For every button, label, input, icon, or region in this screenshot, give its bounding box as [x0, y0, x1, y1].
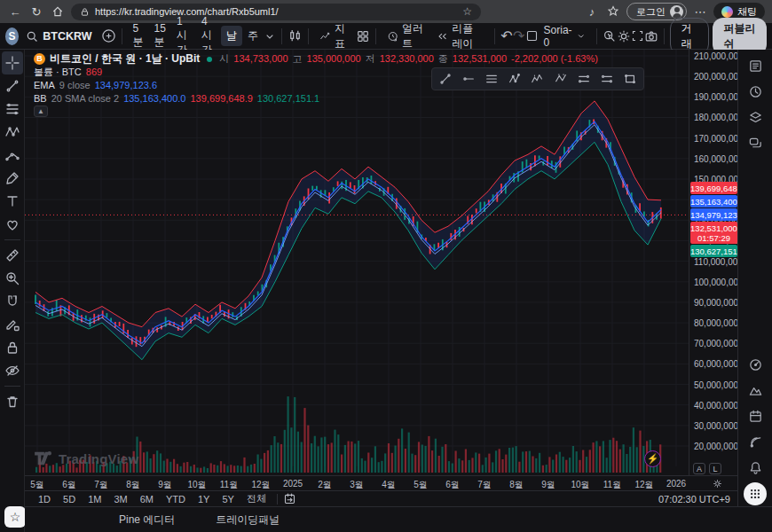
add-symbol-icon[interactable] [101, 28, 116, 44]
forecast-tool-icon[interactable] [2, 144, 23, 167]
settings-gear-icon[interactable] [617, 28, 631, 44]
ideas-icon[interactable] [743, 378, 768, 403]
favorites-star-button[interactable]: ☆ [4, 506, 26, 528]
instant-trading-icon[interactable]: ⚡ [644, 450, 661, 467]
symbol-search-button[interactable]: BTCKRW [26, 30, 91, 43]
bookmark-star-icon[interactable]: ☆ [462, 5, 472, 18]
price-axis[interactable]: 210,000,000200,000,000190,000,000180,000… [689, 50, 737, 475]
remove-drawings-tool-icon[interactable] [2, 390, 23, 413]
calendar-icon[interactable] [743, 403, 768, 429]
browser-back-icon[interactable]: ← [7, 4, 23, 20]
time-tick: 11월 [220, 479, 238, 491]
chart-style-icon[interactable] [288, 28, 303, 44]
legend-symbol-row[interactable]: B 비트코인 / 한국 원 · 1날 · UpBit 시134,733,000 … [34, 52, 598, 66]
fav-rectangle-icon[interactable] [619, 69, 641, 89]
zoom-in-tool-icon[interactable] [2, 267, 23, 290]
drawing-mode-tool-icon[interactable] [2, 313, 23, 336]
range-5Y[interactable]: 5Y [216, 493, 240, 505]
fib-retracement-tool-icon[interactable] [2, 98, 23, 121]
range-3M[interactable]: 3M [107, 493, 133, 505]
watchlist-icon[interactable] [743, 53, 768, 79]
session-clock[interactable]: 07:02:30 UTC+9 [658, 494, 730, 505]
chat-icon[interactable] [743, 130, 768, 156]
timeframe-15분[interactable]: 15분 [149, 20, 171, 52]
fav-elliott-wave-icon[interactable] [527, 69, 548, 89]
legend-collapse-button[interactable]: ▲ [34, 106, 48, 117]
fav-parallel-lines-icon[interactable] [481, 69, 502, 89]
market-open-dot [207, 57, 212, 62]
trend-line-tool-icon[interactable] [2, 74, 23, 98]
legend-bb-row[interactable]: BB 20 SMA close 2 135,163,400.0 139,699,… [34, 92, 598, 106]
fav-short-position-icon[interactable] [596, 69, 618, 89]
notifications-bell-icon[interactable] [743, 455, 768, 481]
indicators-label: 지표 [335, 21, 351, 51]
axis-buttons: AL [693, 463, 721, 474]
fav-abcd-pattern-icon[interactable] [550, 69, 571, 89]
time-axis-settings-icon[interactable] [712, 478, 723, 489]
measure-tool-icon[interactable] [2, 244, 23, 267]
text-tool-icon[interactable] [2, 190, 23, 213]
fav-pitchfork-icon[interactable] [504, 69, 525, 89]
time-tick: 9월 [158, 479, 172, 491]
fullscreen-icon[interactable] [631, 28, 644, 44]
indicators-button[interactable]: 지표 [314, 19, 356, 54]
browser-reload-icon[interactable]: ↻ [28, 4, 44, 20]
time-tick: 7월 [94, 479, 108, 491]
layout-name-button[interactable]: Soria-0 [539, 21, 591, 51]
user-avatar[interactable]: S [5, 27, 19, 45]
tab-pine-editor[interactable]: Pine 에디터 [119, 512, 175, 528]
time-tick: 5월 [30, 479, 44, 491]
time-axis[interactable]: 5월6월7월8월9월10월11월12월20252월3월4월5월6월7월8월9월1… [25, 475, 737, 490]
replay-button[interactable]: 리플레이 [431, 19, 489, 54]
brush-tool-icon[interactable] [2, 167, 23, 190]
timeframe-dropdown-icon[interactable] [264, 28, 276, 44]
fav-trend-line-icon[interactable] [435, 69, 456, 89]
range-6M[interactable]: 6M [134, 493, 160, 505]
range-1D[interactable]: 1D [32, 493, 57, 505]
redo-icon[interactable]: ↷ [513, 28, 525, 44]
price-tick: 60,000,000 [694, 359, 738, 369]
tab-trading-panel[interactable]: 트레이딩패널 [216, 512, 280, 528]
collections-icon[interactable] [605, 4, 621, 20]
snapshot-camera-icon[interactable] [644, 28, 658, 44]
fav-horizontal-ray-icon[interactable] [458, 69, 479, 89]
emoji-tool-icon[interactable] [2, 213, 23, 236]
time-tick: 8월 [126, 479, 140, 491]
toolbar-divider [4, 239, 20, 240]
timeframe-5분[interactable]: 5분 [128, 20, 149, 52]
pattern-tool-icon[interactable] [2, 121, 23, 144]
volume-value: 869 [86, 66, 102, 79]
hide-drawings-tool-icon[interactable] [2, 359, 23, 382]
magnet-tool-icon[interactable] [2, 290, 23, 313]
range-1M[interactable]: 1M [82, 493, 107, 505]
quick-search-icon[interactable] [603, 28, 617, 44]
goto-date-icon[interactable] [282, 491, 298, 507]
range-1Y[interactable]: 1Y [192, 493, 216, 505]
auto-scale-button[interactable]: A [693, 463, 705, 474]
range-YTD[interactable]: YTD [160, 493, 192, 505]
time-tick: 2025 [283, 479, 303, 489]
alerts-icon[interactable] [743, 79, 768, 105]
time-tick: 9월 [541, 479, 555, 491]
undo-icon[interactable]: ↶ [500, 28, 513, 44]
timeframe-주[interactable]: 주 [242, 26, 264, 46]
apps-grid-button[interactable] [743, 481, 768, 506]
news-signal-icon[interactable] [743, 429, 768, 455]
layout-select-icon[interactable] [525, 28, 539, 44]
price-chart[interactable] [25, 50, 689, 475]
range-전체[interactable]: 전체 [240, 491, 272, 506]
fav-long-position-icon[interactable] [573, 69, 595, 89]
browser-home-icon[interactable] [50, 4, 66, 20]
log-scale-button[interactable]: L [709, 463, 721, 474]
lock-drawings-tool-icon[interactable] [2, 336, 23, 359]
object-tree-icon[interactable] [743, 105, 768, 130]
alert-button[interactable]: 얼러트 [382, 19, 431, 54]
indicator-templates-icon[interactable] [356, 28, 370, 44]
range-5D[interactable]: 5D [57, 493, 82, 505]
crosshair-tool-icon[interactable] [2, 51, 23, 74]
gauge-icon[interactable] [743, 352, 768, 378]
symbol-label: BTCKRW [43, 30, 91, 43]
timeframe-날[interactable]: 날 [221, 26, 242, 46]
media-controls-icon[interactable]: ♪ [584, 4, 600, 20]
chart-pane[interactable]: B 비트코인 / 한국 원 · 1날 · UpBit 시134,733,000 … [25, 50, 689, 475]
